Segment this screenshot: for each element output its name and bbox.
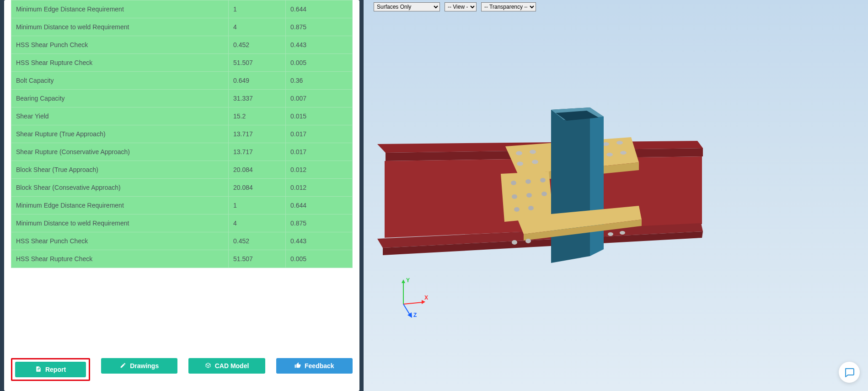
value-1-cell: 13.717 <box>229 143 286 161</box>
svg-point-14 <box>514 207 520 212</box>
table-row: Shear Yield15.20.015 <box>11 107 353 125</box>
drawings-button[interactable]: Drawings <box>101 358 177 374</box>
viewer-toolbar: Surfaces Only -- View -- -- Transparency… <box>374 2 536 11</box>
check-name-cell: Shear Rupture (True Approach) <box>11 125 229 143</box>
table-row: Minimum Edge Distance Requirement10.644 <box>11 0 353 18</box>
svg-point-13 <box>541 192 547 196</box>
feedback-label: Feedback <box>305 362 334 370</box>
axis-x-label: X <box>424 295 428 301</box>
value-2-cell: 0.012 <box>286 179 353 197</box>
value-1-cell: 0.649 <box>229 72 286 90</box>
value-2-cell: 0.443 <box>286 36 353 54</box>
value-2-cell: 0.015 <box>286 107 353 125</box>
value-2-cell: 0.005 <box>286 250 353 268</box>
check-name-cell: Minimum Distance to weld Requirement <box>11 214 229 232</box>
svg-point-5 <box>616 141 623 145</box>
value-1-cell: 13.717 <box>229 125 286 143</box>
check-name-cell: HSS Shear Rupture Check <box>11 54 229 72</box>
svg-marker-21 <box>402 279 405 283</box>
table-row: Minimum Distance to weld Requirement40.8… <box>11 214 353 232</box>
left-pane: Minimum Edge Distance Requirement10.644M… <box>0 0 364 391</box>
value-2-cell: 0.005 <box>286 54 353 72</box>
check-name-cell: HSS Shear Punch Check <box>11 232 229 250</box>
svg-point-8 <box>511 181 516 185</box>
svg-point-11 <box>512 194 517 199</box>
svg-point-1 <box>530 150 536 154</box>
svg-point-9 <box>525 179 531 184</box>
check-name-cell: HSS Shear Punch Check <box>11 36 229 54</box>
view-select[interactable]: -- View -- <box>445 2 477 11</box>
value-1-cell: 51.507 <box>229 250 286 268</box>
feedback-button[interactable]: Feedback <box>276 358 353 374</box>
pencil-icon <box>120 362 126 370</box>
check-name-cell: HSS Shear Rupture Check <box>11 250 229 268</box>
value-2-cell: 0.012 <box>286 161 353 179</box>
svg-point-2 <box>517 162 523 166</box>
table-row: Bearing Capacity31.3370.007 <box>11 90 353 107</box>
svg-point-10 <box>540 178 546 182</box>
table-row: HSS Shear Punch Check0.4520.443 <box>11 232 353 250</box>
table-row: HSS Shear Rupture Check51.5070.005 <box>11 54 353 72</box>
check-name-cell: Shear Yield <box>11 107 229 125</box>
svg-point-19 <box>620 231 625 235</box>
chat-bubble-button[interactable] <box>839 362 860 383</box>
check-name-cell: Block Shear (Consevative Approach) <box>11 179 229 197</box>
hss-column-right <box>590 107 604 256</box>
transparency-select[interactable]: -- Transparency -- <box>481 2 536 11</box>
action-buttons-row: Report Drawings CAD Model Feedback <box>11 350 353 391</box>
cad-model-button[interactable]: CAD Model <box>188 358 265 374</box>
check-name-cell: Minimum Distance to weld Requirement <box>11 18 229 36</box>
value-2-cell: 0.443 <box>286 232 353 250</box>
table-row: Minimum Distance to weld Requirement40.8… <box>11 18 353 36</box>
value-2-cell: 0.017 <box>286 143 353 161</box>
3d-model-svg <box>364 0 868 391</box>
3d-viewer-pane[interactable]: Surfaces Only -- View -- -- Transparency… <box>364 0 868 391</box>
value-1-cell: 0.452 <box>229 232 286 250</box>
value-1-cell: 20.084 <box>229 179 286 197</box>
svg-point-3 <box>532 160 538 164</box>
value-1-cell: 4 <box>229 214 286 232</box>
value-1-cell: 20.084 <box>229 161 286 179</box>
svg-line-22 <box>403 302 423 304</box>
svg-point-0 <box>516 151 522 155</box>
table-row: Block Shear (True Approach)20.0840.012 <box>11 161 353 179</box>
report-highlight-box: Report <box>11 358 90 381</box>
value-1-cell: 1 <box>229 197 286 214</box>
table-row: Bolt Capacity0.6490.36 <box>11 72 353 90</box>
table-row: Minimum Edge Distance Requirement10.644 <box>11 197 353 214</box>
value-1-cell: 15.2 <box>229 107 286 125</box>
value-2-cell: 0.875 <box>286 214 353 232</box>
svg-point-7 <box>620 151 627 155</box>
value-2-cell: 0.36 <box>286 72 353 90</box>
check-name-cell: Shear Rupture (Conservative Approach) <box>11 143 229 161</box>
table-row: HSS Shear Rupture Check51.5070.005 <box>11 250 353 268</box>
value-2-cell: 0.644 <box>286 0 353 18</box>
value-2-cell: 0.007 <box>286 90 353 107</box>
svg-point-15 <box>528 206 534 210</box>
svg-point-4 <box>603 142 609 146</box>
table-row: HSS Shear Punch Check0.4520.443 <box>11 36 353 54</box>
chat-icon <box>844 367 855 378</box>
table-row: Shear Rupture (True Approach)13.7170.017 <box>11 125 353 143</box>
cad-model-label: CAD Model <box>215 362 249 370</box>
check-name-cell: Minimum Edge Distance Requirement <box>11 197 229 214</box>
report-button[interactable]: Report <box>15 362 86 377</box>
thumbs-up-icon <box>295 362 301 370</box>
display-mode-select[interactable]: Surfaces Only <box>374 2 440 11</box>
cube-icon <box>205 362 211 370</box>
check-name-cell: Block Shear (True Approach) <box>11 161 229 179</box>
axis-gizmo: Y X Z <box>393 277 430 318</box>
axis-y-label: Y <box>406 277 410 284</box>
drawings-label: Drawings <box>130 362 159 370</box>
svg-point-16 <box>512 240 517 245</box>
value-1-cell: 31.337 <box>229 90 286 107</box>
report-label: Report <box>45 366 66 373</box>
table-row: Shear Rupture (Conservative Approach)13.… <box>11 143 353 161</box>
svg-point-6 <box>606 153 613 156</box>
value-1-cell: 4 <box>229 18 286 36</box>
value-2-cell: 0.017 <box>286 125 353 143</box>
check-name-cell: Bolt Capacity <box>11 72 229 90</box>
results-card: Minimum Edge Distance Requirement10.644M… <box>4 0 359 391</box>
svg-marker-25 <box>407 312 412 318</box>
table-row: Block Shear (Consevative Approach)20.084… <box>11 179 353 197</box>
